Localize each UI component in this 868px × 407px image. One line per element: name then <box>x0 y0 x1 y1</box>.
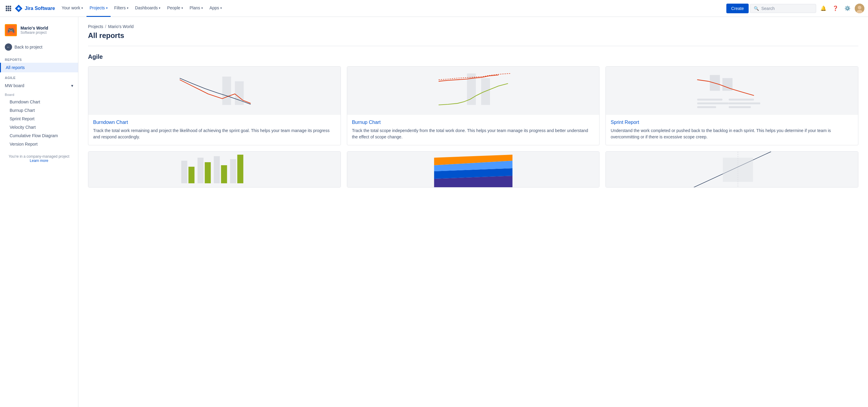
chevron-down-icon: ▾ <box>106 6 107 10</box>
version-report-card-partial[interactable] <box>606 151 858 188</box>
learn-more-link[interactable]: Learn more <box>30 159 48 163</box>
svg-rect-24 <box>729 99 754 100</box>
burnup-desc: Track the total scope independently from… <box>352 128 595 140</box>
nav-filters[interactable]: Filters ▾ <box>111 0 131 17</box>
sprint-desc: Understand the work completed or pushed … <box>611 128 853 140</box>
sidebar-velocity-chart[interactable]: Velocity Chart <box>0 123 78 131</box>
svg-rect-27 <box>181 161 187 183</box>
reports-grid-partial <box>88 151 858 188</box>
nav-dashboards[interactable]: Dashboards ▾ <box>132 0 164 17</box>
search-placeholder: Search <box>761 6 775 11</box>
sidebar-all-reports[interactable]: All reports <box>0 63 78 72</box>
svg-rect-41 <box>723 158 753 182</box>
chevron-down-icon: ▾ <box>181 6 183 10</box>
board-type: Board <box>0 90 78 98</box>
burnup-chart-preview <box>347 67 599 115</box>
top-nav: Jira Software Your work ▾ Projects ▾ Fil… <box>0 0 868 17</box>
breadcrumb: Projects / Mario's World <box>88 24 858 29</box>
svg-rect-2 <box>10 6 11 7</box>
sidebar-sprint-report[interactable]: Sprint Report <box>0 115 78 123</box>
svg-rect-29 <box>197 158 204 183</box>
cumulative-flow-card-partial[interactable] <box>347 151 600 188</box>
nav-plans[interactable]: Plans ▾ <box>187 0 206 17</box>
chevron-down-icon: ▾ <box>71 83 73 88</box>
svg-text:🎮: 🎮 <box>7 27 15 34</box>
reports-grid: Burndown Chart Track the total work rema… <box>88 66 858 145</box>
breadcrumb-projects[interactable]: Projects <box>88 24 103 29</box>
svg-rect-30 <box>205 162 211 183</box>
search-icon: 🔍 <box>754 6 759 11</box>
sidebar-project: 🎮 Mario's World Software project <box>0 22 78 41</box>
svg-rect-15 <box>222 76 231 105</box>
svg-rect-1 <box>8 6 9 7</box>
sidebar-burnup-chart[interactable]: Burnup Chart <box>0 106 78 115</box>
back-to-project[interactable]: ← Back to project <box>0 41 78 53</box>
app-layout: 🎮 Mario's World Software project ← Back … <box>0 17 868 407</box>
agile-section-title: Agile <box>88 53 858 60</box>
svg-rect-5 <box>10 7 11 9</box>
project-name: Mario's World <box>21 26 48 30</box>
svg-rect-6 <box>6 10 7 11</box>
sprint-title[interactable]: Sprint Report <box>611 120 853 125</box>
version-chart-partial <box>606 152 858 188</box>
sidebar-version-report[interactable]: Version Report <box>0 140 78 148</box>
svg-rect-8 <box>10 10 11 11</box>
burndown-desc: Track the total work remaining and proje… <box>93 128 336 140</box>
svg-rect-34 <box>237 155 243 183</box>
svg-rect-32 <box>221 165 227 183</box>
sidebar: 🎮 Mario's World Software project ← Back … <box>0 17 79 407</box>
chevron-down-icon: ▾ <box>127 6 128 10</box>
nav-your-work[interactable]: Your work ▾ <box>59 0 86 17</box>
chevron-down-icon: ▾ <box>82 6 83 10</box>
sprint-report-card[interactable]: Sprint Report Understand the work comple… <box>606 66 858 145</box>
sidebar-footer: You're in a company-managed project Lear… <box>0 150 78 168</box>
notifications-button[interactable]: 🔔 <box>818 4 828 13</box>
sidebar-burndown-chart[interactable]: Burndown Chart <box>0 98 78 106</box>
svg-rect-28 <box>188 167 194 183</box>
chevron-down-icon: ▾ <box>201 6 203 10</box>
burndown-card-body: Burndown Chart Track the total work rema… <box>88 115 341 145</box>
burndown-title[interactable]: Burndown Chart <box>93 120 336 125</box>
svg-rect-3 <box>6 7 7 9</box>
svg-rect-4 <box>8 7 9 9</box>
user-avatar[interactable] <box>855 4 864 13</box>
nav-apps[interactable]: Apps ▾ <box>207 0 225 17</box>
settings-button[interactable]: ⚙️ <box>843 4 852 13</box>
help-button[interactable]: ❓ <box>831 4 840 13</box>
agile-label: AGILE <box>0 73 78 81</box>
sprint-chart-preview <box>606 67 858 115</box>
cumulative-chart-partial <box>347 152 599 188</box>
svg-rect-7 <box>8 10 9 11</box>
jira-logo[interactable]: Jira Software <box>14 4 55 13</box>
nav-people[interactable]: People ▾ <box>164 0 186 17</box>
grid-icon[interactable] <box>4 4 13 13</box>
chevron-down-icon: ▾ <box>220 6 222 10</box>
nav-right: 🔍 Search 🔔 ❓ ⚙️ <box>750 4 864 13</box>
velocity-card-partial[interactable] <box>88 151 341 188</box>
project-icon: 🎮 <box>5 24 17 36</box>
mw-board-header[interactable]: MW board ▾ <box>0 81 78 90</box>
divider <box>88 46 858 46</box>
burnup-card-body: Burnup Chart Track the total scope indep… <box>347 115 599 145</box>
sprint-card-body: Sprint Report Understand the work comple… <box>606 115 858 145</box>
create-button[interactable]: Create <box>726 4 749 13</box>
main-content: Projects / Mario's World All reports Agi… <box>79 17 868 407</box>
velocity-chart-partial <box>88 152 341 188</box>
back-arrow-icon: ← <box>5 43 12 51</box>
burndown-card[interactable]: Burndown Chart Track the total work rema… <box>88 66 341 145</box>
svg-rect-18 <box>481 78 490 105</box>
svg-point-10 <box>858 6 861 9</box>
page-title: All reports <box>88 31 858 40</box>
reports-heading: Reports <box>0 56 78 63</box>
search-box[interactable]: 🔍 Search <box>750 4 816 13</box>
svg-rect-21 <box>698 99 723 100</box>
svg-rect-33 <box>230 159 236 183</box>
burnup-title[interactable]: Burnup Chart <box>352 120 595 125</box>
sidebar-cumulative-flow[interactable]: Cumulative Flow Diagram <box>0 131 78 140</box>
breadcrumb-mario[interactable]: Mario's World <box>108 24 133 29</box>
nav-projects[interactable]: Projects ▾ <box>87 0 111 17</box>
svg-rect-31 <box>214 156 220 183</box>
svg-rect-0 <box>6 6 7 7</box>
project-type: Software project <box>21 30 48 35</box>
burnup-card[interactable]: Burnup Chart Track the total scope indep… <box>347 66 600 145</box>
